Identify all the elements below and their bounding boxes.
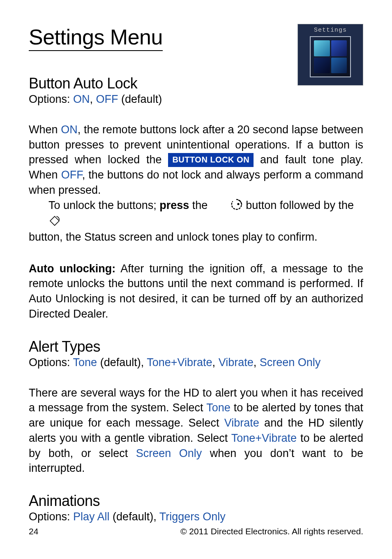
paragraph: To unlock the buttons; press the button …	[29, 198, 363, 231]
text: ,	[212, 356, 219, 369]
button-lock-on-badge: BUTTON LOCK ON	[168, 153, 254, 167]
text: the	[189, 199, 211, 211]
option-off: OFF	[96, 93, 118, 105]
option-tone: Tone	[73, 356, 97, 369]
pane-icon	[314, 58, 330, 74]
option-play-all: Play All	[73, 510, 110, 523]
default-suffix: (default)	[118, 93, 162, 105]
pane-icon	[331, 58, 347, 74]
inline-tone: Tone	[206, 401, 231, 414]
section-heading-animations: Animations	[29, 492, 363, 510]
pane-icon	[314, 40, 330, 56]
paragraph: When ON, the remote buttons lock after a…	[29, 122, 363, 198]
option-screen-only: Screen Only	[260, 356, 321, 369]
pane-icon	[331, 40, 347, 56]
paragraph: button, the Status screen and unlock ton…	[29, 230, 363, 245]
thumbnail-label: Settings	[314, 27, 347, 34]
text: (default),	[97, 356, 147, 369]
settings-icon	[310, 36, 351, 77]
footer: 24 © 2011 Directed Electronics. All righ…	[29, 527, 363, 536]
dial-icon	[211, 198, 243, 215]
text: When	[29, 123, 61, 136]
text: To unlock the buttons;	[48, 199, 159, 211]
section-heading-alert-types: Alert Types	[29, 338, 363, 355]
text: button, the Status screen and unlock ton…	[29, 231, 317, 243]
diamond-icon	[29, 215, 61, 231]
inline-screen-only: Screen Only	[136, 447, 202, 459]
options-label: Options:	[29, 510, 73, 523]
auto-unlocking-label: Auto unlocking:	[29, 262, 115, 275]
options-label: Options:	[29, 356, 73, 369]
page-number: 24	[29, 527, 38, 536]
page-title-text: Settings Menu	[29, 25, 163, 49]
text: (default),	[110, 510, 159, 523]
options-line: Options: Play All (default), Triggers On…	[29, 510, 363, 523]
page-title: Settings Menu	[29, 25, 163, 51]
inline-on: ON	[61, 123, 78, 136]
option-tone-vibrate: Tone+Vibrate	[147, 356, 212, 369]
copyright: © 2011 Directed Electronics. All rights …	[180, 527, 363, 536]
text: button followed by the	[243, 199, 354, 211]
option-on: ON	[73, 93, 90, 105]
options-label: Options:	[29, 93, 73, 105]
inline-tone-vibrate: Tone+Vibrate	[231, 432, 297, 444]
page: Settings Menu Settings Button Auto Lock …	[0, 0, 392, 559]
options-line: Options: ON, OFF (default)	[29, 93, 363, 106]
paragraph: Auto unlocking: After turning the igniti…	[29, 261, 363, 322]
settings-thumbnail: Settings	[297, 24, 363, 86]
inline-off: OFF	[61, 169, 82, 181]
svg-point-0	[237, 203, 239, 205]
options-line: Options: Tone (default), Tone+Vibrate, V…	[29, 356, 363, 369]
option-vibrate: Vibrate	[219, 356, 254, 369]
paragraph: There are several ways for the HD to ale…	[29, 385, 363, 476]
option-triggers-only: Triggers Only	[159, 510, 226, 523]
inline-vibrate: Vibrate	[224, 417, 259, 429]
text: ,	[254, 356, 260, 369]
press-label: press	[159, 199, 189, 211]
